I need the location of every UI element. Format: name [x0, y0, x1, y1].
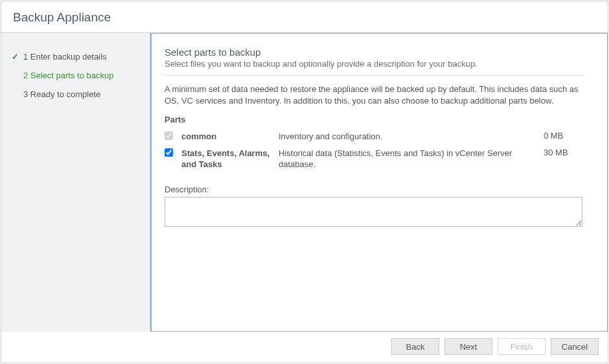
part-name: common: [181, 131, 279, 142]
dialog-body: ✓1 Enter backup details2 Select parts to…: [1, 33, 608, 332]
back-button[interactable]: Back: [391, 338, 439, 355]
wizard-step-3[interactable]: 3 Ready to complete: [1, 85, 150, 104]
parts-heading: Parts: [165, 115, 582, 124]
wizard-step-label: 2 Select parts to backup: [23, 71, 113, 80]
wizard-step-1[interactable]: ✓1 Enter backup details: [1, 47, 150, 66]
checkmark-icon: ✓: [12, 52, 21, 62]
next-button[interactable]: Next: [444, 338, 492, 355]
dialog-footer: Back Next Finish Cancel: [1, 332, 608, 363]
parts-table: commonInventory and configuration.0 MBSt…: [165, 128, 582, 173]
wizard-step-label: 1 Enter backup details: [23, 52, 107, 62]
part-size: 30 MB: [544, 148, 582, 157]
wizard-step-label: 3 Ready to complete: [23, 89, 100, 99]
part-description: Inventory and configuration.: [279, 131, 544, 142]
section-title: Select parts to backup: [165, 47, 582, 58]
part-description: Historical data (Statistics, Events and …: [279, 148, 544, 170]
info-text: A minimum set of data needed to restore …: [165, 84, 582, 107]
backup-wizard-dialog: Backup Appliance ✓1 Enter backup details…: [1, 1, 608, 363]
wizard-steps-sidebar: ✓1 Enter backup details2 Select parts to…: [1, 33, 150, 332]
part-checkbox-cell: [165, 131, 181, 142]
cancel-button[interactable]: Cancel: [551, 338, 599, 355]
wizard-content: Select parts to backup Select files you …: [150, 33, 608, 332]
part-checkbox[interactable]: [165, 148, 173, 157]
part-row: Stats, Events, Alarms, and TasksHistoric…: [165, 145, 582, 173]
dialog-header: Backup Appliance: [1, 1, 608, 33]
description-label: Description:: [165, 185, 582, 194]
part-checkbox-cell: [165, 148, 181, 159]
section-subtitle: Select files you want to backup and opti…: [165, 59, 582, 76]
wizard-step-2[interactable]: 2 Select parts to backup: [1, 66, 150, 85]
part-checkbox: [165, 131, 173, 140]
part-name: Stats, Events, Alarms, and Tasks: [181, 148, 279, 170]
part-row: commonInventory and configuration.0 MB: [165, 128, 582, 145]
description-textarea[interactable]: [165, 197, 582, 227]
part-size: 0 MB: [544, 131, 582, 141]
dialog-title: Backup Appliance: [13, 10, 596, 25]
finish-button: Finish: [498, 338, 546, 355]
